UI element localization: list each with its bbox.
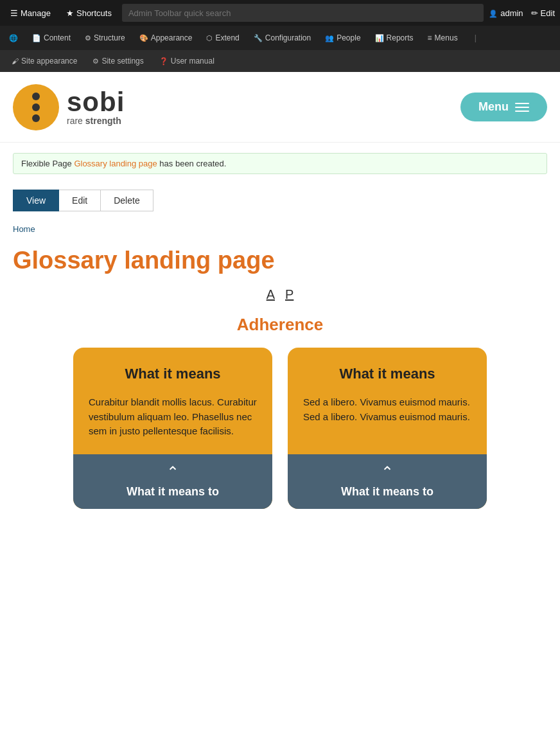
card-2-body: What it means Sed a libero. Vivamus euis… <box>288 348 487 454</box>
admin-search-input[interactable] <box>122 4 484 22</box>
admin-toolbar: Manage Shortcuts admin Edit <box>0 0 560 26</box>
notification-suffix: has been created. <box>157 159 227 168</box>
logo-area: sobi rare strength <box>13 84 125 130</box>
menu-line-2 <box>515 107 529 108</box>
nav-people-label: People <box>337 33 360 42</box>
shortcuts-label: Shortcuts <box>76 8 112 18</box>
card-1-body: What it means Curabitur blandit mollis l… <box>73 348 272 454</box>
nav-item-menus[interactable]: Menus <box>421 31 464 45</box>
nav-extend-label: Extend <box>215 33 239 42</box>
config-icon <box>254 33 263 42</box>
notification-prefix: Flexible Page <box>21 159 74 168</box>
admin-user[interactable]: admin <box>489 8 523 18</box>
card-2-chevron: ⌃ <box>381 465 394 480</box>
settings-icon <box>92 57 99 66</box>
logo-dot-3 <box>32 114 40 122</box>
menu-line-1 <box>515 103 529 104</box>
logo-dots <box>32 93 40 122</box>
nav-item-people[interactable]: People <box>319 31 367 45</box>
view-button[interactable]: View <box>13 190 59 211</box>
people-icon <box>325 33 334 42</box>
logo-tagline-prefix: rare <box>67 116 85 126</box>
subnav-user-manual-label: User manual <box>171 57 214 66</box>
subnav-site-settings-label: Site settings <box>101 57 143 66</box>
logo-name: sobi <box>67 89 125 116</box>
edit-button[interactable]: Edit <box>531 8 555 18</box>
nav-item-appearance[interactable]: Appearance <box>133 31 199 45</box>
nav-item-home[interactable] <box>3 31 24 45</box>
card-2-footer: ⌃ What it means to <box>288 454 487 509</box>
admin-nav: Content Structure Appearance Extend Conf… <box>0 26 560 50</box>
admin-username: admin <box>500 8 523 18</box>
nav-reports-label: Reports <box>387 33 414 42</box>
notification-bar: Flexible Page Glossary landing page has … <box>13 153 547 174</box>
nav-item-content[interactable]: Content <box>26 31 77 45</box>
breadcrumb: Home <box>0 222 560 242</box>
menu-lines <box>515 103 529 112</box>
extend-icon <box>206 33 213 42</box>
breadcrumb-home[interactable]: Home <box>13 224 35 234</box>
nav-appearance-label: Appearance <box>151 33 193 42</box>
logo-tagline: rare strength <box>67 116 125 126</box>
card-1-text: Curabitur blandit mollis lacus. Curabitu… <box>89 395 257 439</box>
menu-label: Menu <box>478 100 509 114</box>
logo-tagline-bold: strength <box>85 116 121 126</box>
card-1-footer-title: What it means to <box>127 485 219 499</box>
letter-p[interactable]: P <box>285 287 293 302</box>
subnav-user-manual[interactable]: User manual <box>153 54 221 68</box>
card-1: What it means Curabitur blandit mollis l… <box>73 348 272 509</box>
subnav-site-settings[interactable]: Site settings <box>86 54 150 68</box>
pencil-icon <box>531 8 538 18</box>
appearance-icon <box>139 33 148 42</box>
edit-label: Edit <box>541 8 555 18</box>
nav-content-label: Content <box>44 33 71 42</box>
card-1-chevron: ⌃ <box>166 465 179 480</box>
hamburger-icon <box>10 8 18 18</box>
action-buttons: View Edit Delete <box>0 184 560 222</box>
nav-item-reports[interactable]: Reports <box>369 31 420 45</box>
menu-button[interactable]: Menu <box>460 93 547 121</box>
site-appearance-icon <box>12 57 19 66</box>
section-heading: Adherence <box>0 310 560 348</box>
page-title: Glossary landing page <box>0 242 560 280</box>
letter-nav: A P <box>0 280 560 310</box>
nav-item-structure[interactable]: Structure <box>78 31 132 45</box>
subnav-site-appearance[interactable]: Site appearance <box>5 54 83 68</box>
nav-item-vline: | <box>466 31 486 45</box>
card-2-title: What it means <box>303 366 471 382</box>
help-icon <box>159 57 168 66</box>
globe-icon <box>9 33 18 42</box>
nav-item-configuration[interactable]: Configuration <box>247 31 317 45</box>
letter-a[interactable]: A <box>267 287 275 302</box>
logo-dot-2 <box>32 103 40 111</box>
card-2-footer-title: What it means to <box>341 485 433 499</box>
card-2-text: Sed a libero. Vivamus euismod mauris. Se… <box>303 395 471 424</box>
nav-menus-label: Menus <box>435 33 458 42</box>
manage-button[interactable]: Manage <box>5 6 56 21</box>
nav-config-label: Configuration <box>265 33 311 42</box>
card-1-title: What it means <box>89 366 257 382</box>
card-1-footer: ⌃ What it means to <box>73 454 272 509</box>
delete-button[interactable]: Delete <box>101 190 153 211</box>
structure-icon <box>85 33 91 42</box>
subnav-site-appearance-label: Site appearance <box>21 57 77 66</box>
notification-link[interactable]: Glossary landing page <box>74 159 157 168</box>
admin-subnav: Site appearance Site settings User manua… <box>0 50 560 72</box>
edit-page-button[interactable]: Edit <box>59 190 101 211</box>
card-2: What it means Sed a libero. Vivamus euis… <box>288 348 487 509</box>
file-icon <box>32 33 41 42</box>
reports-icon <box>375 33 384 42</box>
nav-item-extend[interactable]: Extend <box>200 31 245 45</box>
person-icon <box>489 8 498 18</box>
logo-circle <box>13 84 59 130</box>
cards-container: What it means Curabitur blandit mollis l… <box>0 348 560 528</box>
site-header: sobi rare strength Menu <box>0 72 560 143</box>
menu-line-3 <box>515 111 529 112</box>
logo-dot-1 <box>32 93 40 100</box>
nav-structure-label: Structure <box>94 33 125 42</box>
manage-label: Manage <box>21 8 51 18</box>
admin-right-actions: admin Edit <box>489 8 555 18</box>
star-icon <box>66 8 74 18</box>
shortcuts-button[interactable]: Shortcuts <box>61 6 117 21</box>
logo-text: sobi rare strength <box>67 89 125 126</box>
